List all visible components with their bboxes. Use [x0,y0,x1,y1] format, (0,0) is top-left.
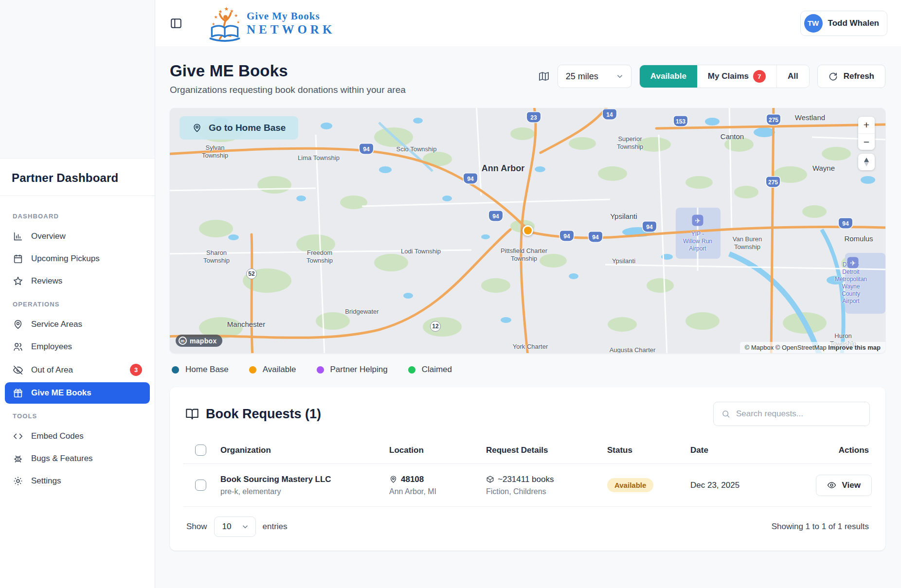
legend-item-available: Available [249,365,296,374]
highway-shield-94: 94 [589,232,602,242]
available-request-marker[interactable] [523,225,533,236]
compass-button[interactable] [858,154,875,170]
tab-available[interactable]: Available [640,65,697,88]
location-cell: 48108 Ann Arbor, MI [389,475,486,496]
location-city: Ann Arbor, MI [389,487,486,496]
sidebar-item-give-me-books[interactable]: Give ME Books [5,382,150,404]
title-row: Give ME Books Organizations requesting b… [170,62,885,95]
col-status: Status [607,445,690,455]
col-date: Date [690,445,813,455]
map-zoom-controls: + − [858,117,875,170]
gear-icon [13,476,23,486]
sidebar-top-gap [0,0,155,158]
legend-dot-home-base [172,366,179,374]
entries-label: entries [263,522,288,532]
sidebar-item-embed-codes[interactable]: Embed Codes [5,426,150,447]
highway-shield-23: 23 [527,112,541,123]
status-filter-tabs: Available My Claims 7 All [639,65,810,88]
refresh-icon [829,72,838,81]
sidebar-item-label: Upcoming Pickups [31,254,142,264]
show-label: Show [186,522,207,532]
go-home-base-button[interactable]: Go to Home Base [180,116,298,140]
sidebar-nav: DASHBOARDOverviewUpcoming PickupsReviews… [0,196,155,501]
filter-controls: 25 miles Available My Claims 7 [538,65,885,88]
main-column: ★ ★ ★ ★ ★ ★ ★ [155,0,901,588]
svg-text:★: ★ [214,14,218,19]
highway-shield-153: 153 [674,116,687,126]
map-attribution: © Mapbox © OpenStreetMap Improve this ma… [740,342,885,353]
sidebar-item-reviews[interactable]: Reviews [5,270,150,292]
sidebar-title: Partner Dashboard [12,171,143,185]
page-size-control: Show 10 entries [186,517,288,537]
users-icon [13,341,23,352]
sidebar-item-label: Out of Area [31,365,122,375]
airport-icon: ✈ [692,215,703,226]
code-icon [13,431,23,442]
col-request-details: Request Details [486,445,607,455]
sidebar-item-label: Reviews [31,276,142,286]
legend-label: Partner Helping [330,365,388,374]
sidebar-item-label: Employees [31,342,142,352]
highway-shield-94: 94 [360,144,373,154]
book-requests-header: Book Requests (1) [183,400,872,437]
sidebar-item-settings[interactable]: Settings [5,470,150,492]
zoom-in-button[interactable]: + [858,117,875,133]
legend-label: Available [263,365,296,374]
highway-shield-94: 94 [560,231,574,241]
svg-text:★: ★ [234,13,238,18]
zoom-out-button[interactable]: − [858,133,875,150]
request-details-cell: ~231411 books Fiction, Childrens [486,475,607,496]
organization-cell: Book Sourcing Mastery LLC pre-k, element… [220,475,389,496]
view-button[interactable]: View [816,475,872,496]
open-book-icon [185,407,199,421]
brand-logo[interactable]: ★ ★ ★ ★ ★ ★ ★ [207,5,335,42]
compass-needle-north [864,158,869,162]
sidebar-item-upcoming-pickups[interactable]: Upcoming Pickups [5,248,150,269]
highway-shield-94: 94 [839,218,852,229]
mapbox-logo[interactable]: m mapbox [176,335,222,347]
request-genres: Fiction, Childrens [486,487,607,496]
gift-icon [13,388,23,398]
tab-all[interactable]: All [777,65,809,88]
select-all-checkbox[interactable] [195,445,206,456]
app-root: Partner Dashboard DASHBOARDOverviewUpcom… [0,0,901,588]
sidebar-item-service-areas[interactable]: Service Areas [5,314,150,335]
highway-shield-94: 94 [643,222,656,232]
organization-name: Book Sourcing Mastery LLC [220,475,389,484]
map-icon[interactable] [538,71,550,82]
my-claims-badge: 7 [753,70,766,83]
map-canvas[interactable]: Sylvan TownshipLima TownshipScio Townshi… [170,108,885,353]
sidebar-item-overview[interactable]: Overview [5,226,150,247]
bar-chart-icon [13,231,23,242]
tab-my-claims-label: My Claims [708,71,749,81]
date-cell: Dec 23, 2025 [690,481,813,490]
airport-icon: ✈ [847,257,859,268]
book-requests-card: Book Requests (1) Organization Location … [170,387,885,551]
chevron-down-icon [241,522,250,531]
highway-shield-275: 275 [766,177,780,187]
sidebar-item-out-of-area[interactable]: Out of Area3 [5,358,150,381]
requests-table: Organization Location Request Details St… [183,437,872,546]
table-footer: Show 10 entries Showing 1 to 1 of 1 resu… [183,507,872,546]
tab-my-claims[interactable]: My Claims 7 [697,65,776,88]
brand-line1: Give My Books [247,11,335,21]
user-menu-button[interactable]: TW Todd Whalen [800,11,887,36]
page-title: Give ME Books [170,62,406,80]
sidebar-toggle-icon[interactable] [170,16,184,31]
radius-select[interactable]: 25 miles [558,65,631,88]
refresh-button[interactable]: Refresh [817,65,885,88]
sidebar-item-employees[interactable]: Employees [5,336,150,357]
sidebar-item-bugs-and-features[interactable]: Bugs & Features [5,448,150,469]
svg-text:★: ★ [224,6,229,12]
legend-item-partner-helping: Partner Helping [317,365,388,374]
row-checkbox[interactable] [195,480,206,491]
page-size-select[interactable]: 10 [214,517,256,537]
mapbox-logo-icon: m [179,337,187,345]
compass-needle-south [864,162,869,166]
results-summary: Showing 1 to 1 of 1 results [772,522,869,532]
legend-label: Home Base [185,365,229,374]
improve-map-link[interactable]: Improve this map [828,344,881,351]
search-requests-input[interactable] [736,409,862,419]
attribution-text: © Mapbox © OpenStreetMap [745,344,827,351]
topbar: ★ ★ ★ ★ ★ ★ ★ [155,0,901,46]
